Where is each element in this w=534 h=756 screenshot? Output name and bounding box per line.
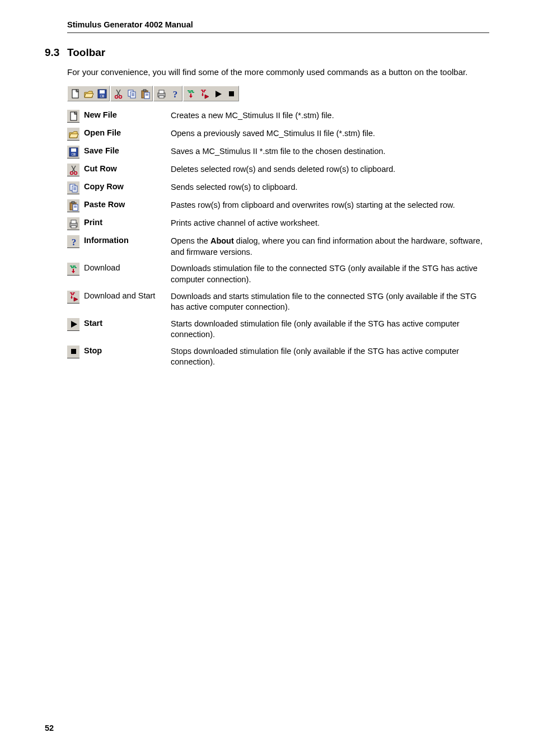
paste-icon	[67, 199, 79, 212]
definition-term: Cut Row	[84, 163, 171, 173]
toolbar-group	[110, 86, 153, 101]
definition-term: Stop	[84, 345, 171, 355]
definition-row: StartStarts downloaded stimulation file …	[67, 318, 489, 340]
definition-row: DownloadDownloads stimulation file to th…	[67, 262, 489, 285]
download-button[interactable]	[184, 87, 198, 100]
definition-term: Information	[84, 235, 171, 245]
copy-icon	[67, 181, 79, 194]
definition-icon-cell	[67, 318, 84, 331]
definition-row: Cut RowDeletes selected row(s) and sends…	[67, 163, 489, 176]
copy-button[interactable]	[125, 87, 138, 100]
definition-term: Download	[84, 262, 171, 272]
paste-button[interactable]	[138, 87, 152, 100]
definition-description: Sends selected row(s) to clipboard.	[171, 181, 489, 193]
definition-row: Copy RowSends selected row(s) to clipboa…	[67, 181, 489, 194]
section-title: Toolbar	[67, 46, 105, 59]
download-start-button[interactable]	[198, 87, 211, 100]
toolbar-group	[153, 86, 182, 101]
new-file-icon	[70, 88, 81, 99]
definition-term: Start	[84, 318, 171, 328]
print-icon	[67, 217, 79, 230]
download-start-icon	[199, 88, 210, 99]
definition-description: Downloads stimulation file to the connec…	[171, 262, 489, 285]
cut-button[interactable]	[111, 87, 125, 100]
new-file-button[interactable]	[68, 87, 82, 100]
new-file-icon	[67, 110, 79, 123]
definition-term: Save File	[84, 145, 171, 155]
cut-icon	[67, 164, 79, 176]
definition-icon-cell	[67, 127, 84, 141]
stop-button[interactable]	[224, 87, 238, 100]
definition-icon-cell	[67, 163, 84, 176]
download-icon	[186, 88, 196, 99]
save-file-icon	[67, 146, 79, 158]
definition-icon-cell	[67, 262, 84, 276]
definition-term: New File	[84, 109, 171, 119]
save-file-icon	[97, 88, 107, 99]
definition-description: Starts downloaded stimulation file (only…	[171, 318, 489, 340]
print-button[interactable]	[154, 87, 168, 100]
play-icon	[213, 88, 223, 99]
toolbar-group	[67, 86, 110, 101]
running-head: Stimulus Generator 4002 Manual	[67, 20, 489, 33]
definition-term: Download and Start	[84, 290, 171, 300]
definition-description: Downloads and starts stimulation file to…	[171, 290, 489, 313]
cut-icon	[113, 88, 124, 99]
definition-icon-cell	[67, 109, 84, 123]
print-icon	[156, 88, 167, 99]
definition-description: Deletes selected row(s) and sends delete…	[171, 163, 489, 175]
copy-icon	[127, 88, 137, 99]
definition-icon-cell	[67, 235, 84, 248]
definition-icon-cell	[67, 217, 84, 230]
definition-row: Paste RowPastes row(s) from clipboard an…	[67, 199, 489, 212]
definition-row: StopStops downloaded stimulation file (o…	[67, 345, 489, 368]
toolbar	[67, 86, 489, 101]
paste-icon	[140, 88, 151, 99]
stop-icon	[67, 346, 79, 358]
definition-icon-cell	[67, 290, 84, 304]
toolbar-group	[183, 86, 239, 101]
download-start-icon	[67, 291, 79, 304]
definition-icon-cell	[67, 181, 84, 194]
definition-description: Saves a MC_Stimulus II *.stm file to the…	[171, 145, 489, 157]
definition-icon-cell	[67, 145, 84, 158]
definition-icon-cell	[67, 345, 84, 358]
definition-description: Creates a new MC_Stimulus II file (*.stm…	[171, 109, 489, 122]
definition-term: Paste Row	[84, 199, 171, 209]
definition-row: Save FileSaves a MC_Stimulus II *.stm fi…	[67, 145, 489, 158]
definition-row: PrintPrints active channel of active wor…	[67, 217, 489, 230]
definition-description: Pastes row(s) from clipboard and overwri…	[171, 199, 489, 211]
section-heading: 9.3 Toolbar	[45, 46, 489, 59]
definition-description: Stops downloaded stimulation file (only …	[171, 345, 489, 368]
definition-icon-cell	[67, 199, 84, 212]
definition-term: Copy Row	[84, 181, 171, 191]
open-file-icon	[83, 88, 94, 99]
definition-term: Open File	[84, 127, 171, 137]
save-file-button[interactable]	[95, 87, 109, 100]
page-number: 52	[45, 724, 54, 732]
info-icon	[67, 235, 79, 248]
definition-description: Opens a previously saved MC_Stimulus II …	[171, 127, 489, 139]
definition-row: Open FileOpens a previously saved MC_Sti…	[67, 127, 489, 141]
section-number: 9.3	[45, 46, 67, 59]
definition-description: Opens the About dialog, where you can fi…	[171, 235, 489, 258]
definition-description: Prints active channel of active workshee…	[171, 217, 489, 229]
definition-row: Download and StartDownloads and starts s…	[67, 290, 489, 313]
info-button[interactable]	[168, 87, 181, 100]
open-file-icon	[67, 128, 79, 141]
play-button[interactable]	[211, 87, 224, 100]
definition-row: InformationOpens the About dialog, where…	[67, 235, 489, 258]
definition-row: New FileCreates a new MC_Stimulus II fil…	[67, 109, 489, 123]
download-icon	[67, 263, 79, 276]
definition-list: New FileCreates a new MC_Stimulus II fil…	[67, 109, 489, 368]
intro-paragraph: For your convenience, you will find some…	[67, 67, 489, 78]
open-file-button[interactable]	[82, 87, 95, 100]
definition-term: Print	[84, 217, 171, 227]
stop-icon	[226, 88, 237, 99]
play-icon	[67, 318, 79, 331]
info-icon	[170, 88, 180, 99]
